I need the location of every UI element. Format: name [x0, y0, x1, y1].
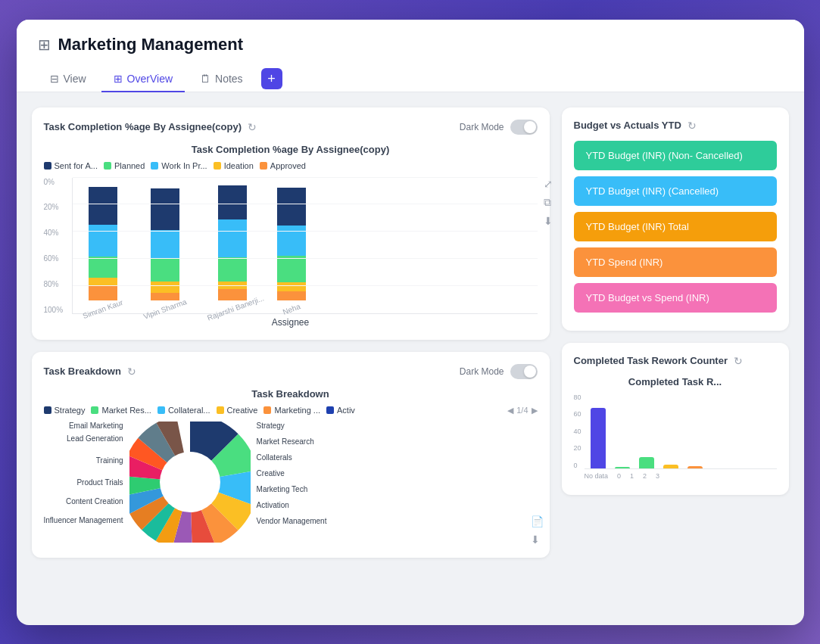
card-header-1: Task Completion %age By Assignee(copy) ↻…	[44, 120, 538, 135]
budget-bar-3: YTD Budget (INR) Total	[574, 212, 777, 241]
pie-right-label-3: Collaterals	[257, 453, 327, 462]
dark-mode-label-1: Dark Mode	[460, 122, 504, 132]
bar-chart-1: Task Completion %age By Assignee(copy) S…	[44, 144, 538, 328]
legend-3: Strategy Market Res... Collateral... Cre…	[44, 406, 538, 415]
pie-right-label-6: Activation	[257, 501, 327, 509]
maximize-icon[interactable]: ⤢	[544, 178, 553, 190]
header: ⊞ Marketing Management ⊟ View ⊞ OverView…	[17, 20, 804, 92]
download-icon-3[interactable]: ⬇	[531, 534, 544, 546]
view-icon: ⊟	[50, 73, 59, 85]
dark-mode-switch-1[interactable]	[510, 120, 538, 135]
pie-legend-6: Activ	[326, 406, 355, 415]
right-bar-group-5	[687, 466, 703, 468]
refresh-icon-2[interactable]: ↻	[687, 120, 697, 132]
right-y-axis: 0 20 40 60 80	[574, 394, 581, 469]
bar-group-3: Rajarshi Banerji...	[206, 185, 259, 313]
chart-icons-3: 📄 ⬇	[531, 515, 544, 546]
bar-segment	[89, 257, 117, 278]
bar-stack-1	[89, 187, 117, 300]
card-header-3: Task Breakdown ↻ Dark Mode	[44, 364, 538, 379]
notes-icon: 🗒	[200, 73, 210, 85]
card-title-row-3: Task Breakdown ↻	[44, 366, 136, 378]
bar-segment	[277, 291, 306, 300]
pie-right-label-5: Marketing Tech	[257, 485, 327, 493]
right-x-label-3: 1	[630, 472, 634, 480]
pie-right-label-2: Market Research	[257, 437, 327, 446]
right-x-label-4: 2	[643, 472, 647, 480]
document-icon[interactable]: 📄	[531, 515, 544, 527]
tab-view[interactable]: ⊟ View	[38, 67, 98, 92]
right-bars-area: No data 0 1 2 3	[585, 394, 777, 483]
pie-svg-container	[129, 422, 251, 546]
refresh-icon-3[interactable]: ↻	[127, 366, 136, 378]
bar-segment	[218, 185, 247, 219]
bars-area-1: Simran Kaur	[72, 178, 537, 314]
right-bar-4	[663, 465, 678, 468]
bar-segment	[89, 285, 117, 300]
pie-legend-label-5: Marketing ...	[274, 406, 320, 415]
tab-bar: ⊟ View ⊞ OverView 🗒 Notes +	[38, 67, 783, 92]
task-completion-card: Task Completion %age By Assignee(copy) ↻…	[32, 107, 550, 340]
main-content: Task Completion %age By Assignee(copy) ↻…	[17, 92, 804, 573]
right-bars	[585, 394, 777, 469]
card-title-row-4: Completed Task Rework Counter ↻	[574, 355, 743, 367]
dark-mode-switch-3[interactable]	[510, 364, 538, 379]
add-tab-button[interactable]: +	[261, 68, 282, 89]
right-bar-2	[615, 467, 630, 468]
download-icon[interactable]: ⬇	[544, 215, 553, 227]
legend-dot-5	[260, 162, 267, 170]
grid-line	[73, 177, 537, 178]
next-page-icon[interactable]: ▶	[532, 406, 538, 415]
bar-stack-3	[218, 185, 247, 300]
bar-stack-4	[277, 188, 306, 300]
right-bar-group-1	[591, 408, 606, 468]
tab-notes[interactable]: 🗒 Notes	[188, 67, 255, 92]
right-bar-group-3	[639, 457, 654, 468]
pie-legend-2: Market Res...	[91, 406, 151, 415]
card-header-4: Completed Task Rework Counter ↻	[574, 355, 777, 367]
pie-legend-dot-6	[326, 406, 334, 414]
copy-icon[interactable]: ⧉	[544, 196, 553, 209]
prev-page-icon[interactable]: ◀	[507, 406, 513, 415]
legend-item-2: Planned	[104, 161, 145, 170]
page-title: Marketing Management	[58, 35, 244, 54]
right-bar-group-4	[663, 465, 678, 468]
bar-segment	[89, 278, 117, 285]
bar-segment	[218, 257, 247, 282]
refresh-icon-1[interactable]: ↻	[248, 121, 257, 133]
page-header-title: ⊞ Marketing Management	[38, 35, 783, 54]
legend-label-2: Planned	[114, 161, 145, 170]
pie-legend-label-4: Creative	[227, 406, 258, 415]
tab-view-label: View	[64, 73, 86, 85]
bar-segment	[218, 282, 247, 289]
left-column: Task Completion %age By Assignee(copy) ↻…	[32, 107, 550, 558]
bar-group-4: Neha	[277, 188, 306, 313]
bars-wrapper-1: Simran Kaur	[72, 178, 537, 314]
right-bar-5	[687, 466, 703, 468]
x-label-4: Neha	[281, 302, 301, 316]
card-header-2: Budget vs Actuals YTD ↻	[574, 120, 777, 132]
pie-legend-dot-3	[157, 406, 165, 414]
legend-1: Sent for A... Planned Work In Pr...	[44, 161, 538, 170]
pagination: ◀ 1/4 ▶	[507, 406, 537, 415]
tab-notes-label: Notes	[215, 73, 243, 85]
pie-left-label-1: Email Marketing	[44, 422, 123, 430]
pie-legend-5: Marketing ...	[263, 406, 320, 415]
tab-overview[interactable]: ⊞ OverView	[101, 67, 185, 92]
pie-chart-svg	[129, 422, 251, 543]
bar-segment	[218, 289, 247, 300]
right-x-labels: No data 0 1 2 3	[585, 469, 777, 483]
pagination-label: 1/4	[516, 406, 528, 415]
bar-chart-title-1: Task Completion %age By Assignee(copy)	[44, 144, 538, 155]
bar-segment	[218, 219, 247, 257]
bar-segment	[151, 282, 179, 293]
pie-left-label-5: Content Creation	[44, 497, 123, 506]
legend-dot-4	[214, 162, 221, 170]
pie-legend-dot-1	[44, 406, 51, 414]
legend-dot-2	[104, 162, 111, 170]
svg-point-16	[160, 452, 220, 512]
refresh-icon-4[interactable]: ↻	[734, 355, 743, 367]
right-bar-1	[591, 408, 606, 468]
pie-legend-3: Collateral...	[157, 406, 210, 415]
budget-actuals-card: Budget vs Actuals YTD ↻ YTD Budget (INR)…	[562, 107, 789, 331]
